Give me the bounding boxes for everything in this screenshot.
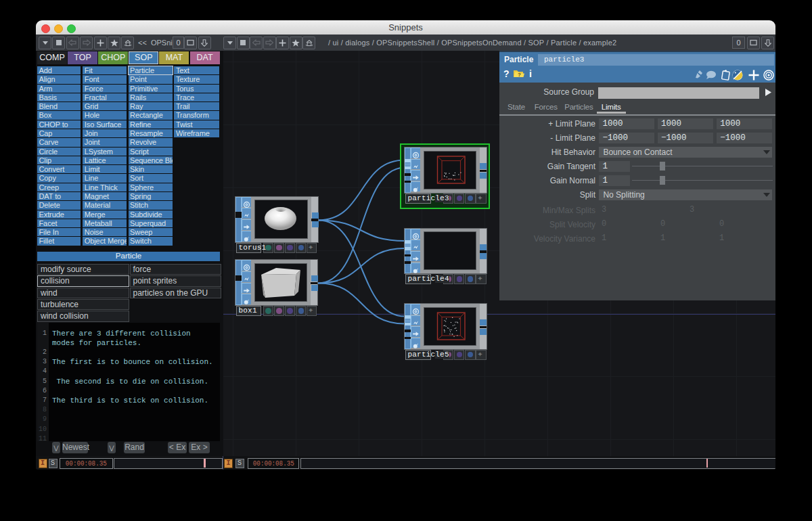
svg-text:?: ? <box>518 72 521 78</box>
